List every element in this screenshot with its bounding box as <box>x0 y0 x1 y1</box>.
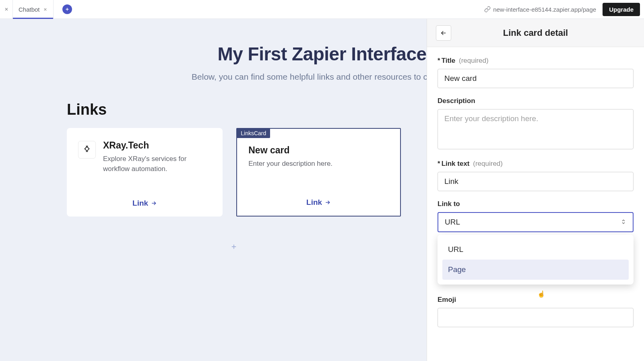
card-title: XRay.Tech <box>103 140 211 151</box>
tools-icon <box>82 144 92 155</box>
field-link-text: *Link text (required) <box>438 160 634 191</box>
card-description: Enter your description here. <box>248 159 332 169</box>
label-text: Title <box>442 57 456 64</box>
field-label: Description <box>438 97 634 105</box>
field-label: Link to <box>438 200 634 208</box>
link-icon <box>484 6 491 12</box>
side-panel: Link card detail *Title (required) Descr… <box>427 19 644 361</box>
links-heading[interactable]: Links <box>67 101 401 118</box>
chevron-up-down-icon <box>621 219 626 225</box>
arrow-right-icon <box>151 200 157 206</box>
close-tab-icon[interactable] <box>43 7 47 12</box>
panel-body: *Title (required) Description *Link text… <box>427 47 644 346</box>
links-section: Links XRay.Tech Explore XRay's services … <box>67 101 401 255</box>
link-text-input[interactable] <box>438 172 634 191</box>
tab-chatbot[interactable]: Chatbot <box>13 0 54 19</box>
card-link[interactable]: Link <box>248 198 389 207</box>
description-input[interactable] <box>438 109 634 149</box>
emoji-input[interactable] <box>438 308 634 327</box>
label-text: Description <box>438 97 475 105</box>
card-text: New card Enter your description here. <box>248 145 332 169</box>
close-icon <box>4 7 9 12</box>
required-hint: (required) <box>473 160 503 167</box>
plus-icon <box>230 243 237 250</box>
required-hint: (required) <box>459 57 489 64</box>
add-tab-area <box>54 4 81 14</box>
cards-row: XRay.Tech Explore XRay's services for wo… <box>67 128 401 217</box>
card-description: Explore XRay's services for workflow aut… <box>103 154 211 174</box>
field-label: Emoji <box>438 296 634 304</box>
panel-title: Link card detail <box>503 28 568 38</box>
add-card-button[interactable] <box>226 239 242 255</box>
dropdown-option-page[interactable]: Page <box>442 260 629 280</box>
label-text: Emoji <box>438 296 456 303</box>
field-label: *Link text (required) <box>438 160 634 168</box>
field-emoji: Emoji <box>438 296 634 327</box>
close-panel-button[interactable] <box>0 0 13 19</box>
arrow-right-icon <box>324 199 331 206</box>
dropdown-option-url[interactable]: URL <box>442 239 629 260</box>
topbar-right: new-interface-e85144.zapier.app/page Upg… <box>484 3 640 16</box>
page-url-text: new-interface-e85144.zapier.app/page <box>493 6 596 13</box>
card-link-label: Link <box>306 198 322 207</box>
dropdown-menu: URL Page ☝ <box>438 235 634 285</box>
label-text: Link to <box>438 200 460 208</box>
tab-label: Chatbot <box>19 6 40 13</box>
card-title: New card <box>248 145 332 156</box>
arrow-left-icon <box>440 29 447 37</box>
field-description: Description <box>438 97 634 151</box>
card-text: XRay.Tech Explore XRay's services for wo… <box>103 140 211 174</box>
link-to-select[interactable]: URL <box>438 212 634 232</box>
select-value: URL <box>445 218 460 227</box>
card-head: XRay.Tech Explore XRay's services for wo… <box>78 140 211 174</box>
link-card-selected[interactable]: LinksCard New card Enter your descriptio… <box>236 128 401 217</box>
title-input[interactable] <box>438 69 634 88</box>
top-bar: Chatbot new-interface-e85144.zapier.app/… <box>0 0 644 19</box>
upgrade-button[interactable]: Upgrade <box>603 3 640 16</box>
select-wrapper: URL URL Page ☝ <box>438 212 634 282</box>
add-tab-button[interactable] <box>62 4 72 14</box>
card-link-label: Link <box>132 199 148 208</box>
card-icon-box <box>78 141 96 159</box>
field-title: *Title (required) <box>438 57 634 88</box>
field-link-to: Link to URL URL Page ☝ <box>438 200 634 282</box>
plus-icon <box>65 7 70 12</box>
page-url[interactable]: new-interface-e85144.zapier.app/page <box>484 6 596 13</box>
card-link[interactable]: Link <box>78 199 211 208</box>
back-button[interactable] <box>436 25 451 41</box>
panel-header: Link card detail <box>427 19 644 47</box>
card-head: New card Enter your description here. <box>248 145 389 169</box>
select-caret <box>621 218 626 227</box>
link-card[interactable]: XRay.Tech Explore XRay's services for wo… <box>67 128 223 217</box>
field-label: *Title (required) <box>438 57 634 65</box>
card-badge: LinksCard <box>237 128 270 138</box>
label-text: Link text <box>442 160 470 167</box>
